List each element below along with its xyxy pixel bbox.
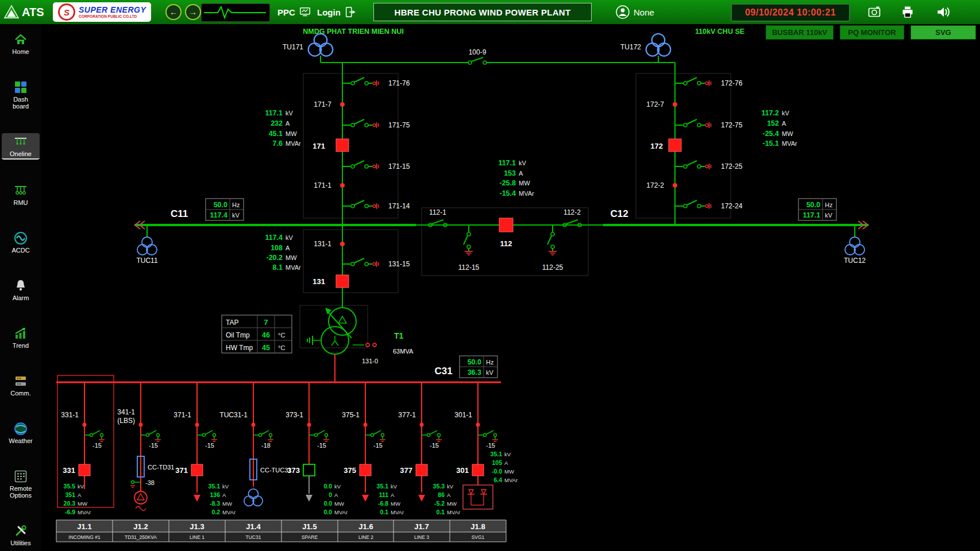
sidebar-item-dashboard[interactable]: Dash board bbox=[2, 79, 40, 111]
sidebar-item-utilities[interactable]: Utilities bbox=[2, 522, 40, 548]
breaker-373-open[interactable] bbox=[303, 464, 315, 476]
earth-switch-371-15[interactable] bbox=[197, 430, 217, 441]
earth-switch-377-15[interactable] bbox=[422, 430, 442, 441]
meas-375-a-unit: A bbox=[391, 492, 395, 498]
oneline-diagram: NMDG PHAT TRIEN MIEN NUI 110kV CHU SE TU… bbox=[0, 0, 980, 551]
breaker-371[interactable] bbox=[191, 464, 203, 476]
table-j1-7: J1.7 bbox=[414, 522, 429, 531]
label-breaker-171: 171 bbox=[312, 142, 325, 150]
truck-331-1[interactable] bbox=[83, 423, 87, 427]
tuc31-vt-icon[interactable] bbox=[244, 489, 263, 506]
sidebar-item-rmu[interactable]: RMU bbox=[2, 182, 40, 207]
label-172-25: 172-25 bbox=[721, 162, 743, 170]
disconnector-112-2[interactable] bbox=[563, 220, 581, 227]
label-171-14: 171-14 bbox=[388, 202, 410, 210]
truck-301-1[interactable] bbox=[476, 423, 480, 427]
breaker-301[interactable] bbox=[472, 464, 484, 476]
meas-371-kv-unit: kV bbox=[222, 483, 229, 490]
disconnector-172-24[interactable] bbox=[675, 200, 711, 209]
breaker-377[interactable] bbox=[416, 464, 427, 476]
earth-switch-112-25[interactable] bbox=[547, 225, 557, 255]
bus-tie-112: 117.1 kV 153 A -25.8 MW -15.4 MVAr 112-1… bbox=[429, 159, 581, 271]
earth-switch-341-15[interactable] bbox=[141, 430, 161, 441]
earth-switch-112-15[interactable] bbox=[464, 225, 473, 255]
truck-tuc31-1[interactable] bbox=[252, 423, 256, 427]
sidebar-item-remote-options[interactable]: Remote Options bbox=[2, 468, 40, 500]
screenshot-icon bbox=[867, 5, 882, 19]
breaker-171[interactable] bbox=[336, 139, 349, 152]
table-desc-7: LINE 3 bbox=[414, 534, 429, 540]
sidebar-item-home[interactable]: Home bbox=[2, 31, 40, 56]
sound-button[interactable] bbox=[932, 0, 955, 24]
earth-switch-tuc31-18[interactable] bbox=[253, 430, 273, 441]
breaker-172[interactable] bbox=[669, 139, 681, 152]
sidebar-item-trend[interactable]: Trend bbox=[2, 325, 40, 350]
disconnector-171-76[interactable] bbox=[342, 77, 379, 86]
truck-341-1[interactable] bbox=[139, 423, 143, 427]
truck-171-7[interactable] bbox=[340, 102, 345, 107]
login-button[interactable]: Login bbox=[317, 0, 357, 24]
earth-switch-331-15[interactable] bbox=[84, 430, 105, 441]
print-button[interactable] bbox=[896, 0, 919, 24]
svg1-converter-icon[interactable] bbox=[463, 485, 493, 509]
tuc12-vt-icon[interactable] bbox=[845, 237, 865, 255]
tu171-transformer-icon[interactable] bbox=[308, 34, 333, 56]
tuc11-vt-icon[interactable] bbox=[137, 237, 157, 255]
super-energy-s-icon: S bbox=[58, 3, 75, 21]
meas-371-a-unit: A bbox=[222, 492, 226, 498]
disconnector-171-75[interactable] bbox=[342, 119, 379, 128]
disconnector-172-25[interactable] bbox=[675, 161, 711, 169]
disconnector-171-15[interactable] bbox=[342, 161, 379, 169]
truck-375-1[interactable] bbox=[364, 423, 368, 427]
sidebar-item-weather[interactable]: Weather bbox=[2, 420, 40, 445]
truck-171-1[interactable] bbox=[340, 183, 345, 188]
breaker-375[interactable] bbox=[360, 464, 371, 476]
sidebar-item-alarm[interactable]: Alarm bbox=[2, 277, 40, 302]
sidebar-item-comm[interactable]: Comm. bbox=[2, 372, 40, 398]
truck-131-1[interactable] bbox=[340, 242, 345, 246]
truck-371-1[interactable] bbox=[195, 423, 199, 427]
table-desc-8: SVG1 bbox=[472, 534, 485, 540]
disconnector-131-15[interactable] bbox=[342, 258, 379, 267]
label-bus-c12: C12 bbox=[610, 208, 628, 219]
earth-switch-373-15[interactable] bbox=[309, 430, 329, 441]
disconnector-100-9[interactable] bbox=[468, 57, 487, 64]
truck-377-1[interactable] bbox=[420, 423, 424, 427]
tu172-transformer-icon[interactable] bbox=[646, 34, 671, 56]
disconnector-172-76[interactable] bbox=[675, 77, 711, 86]
forward-button[interactable]: → bbox=[185, 4, 201, 20]
tab-svg[interactable]: SVG bbox=[910, 25, 976, 40]
earth-switch-301-15[interactable] bbox=[478, 430, 498, 441]
disconnector-172-75[interactable] bbox=[675, 119, 711, 128]
tab-pq-monitor[interactable]: PQ MONITOR bbox=[840, 25, 904, 40]
truck-172-7[interactable] bbox=[673, 102, 677, 107]
disconnector-112-1[interactable] bbox=[429, 220, 447, 227]
disconnector-171-14[interactable] bbox=[342, 200, 379, 209]
earth-switch-375-15[interactable] bbox=[365, 430, 385, 441]
meas-112-mw-unit: MW bbox=[519, 180, 530, 187]
breaker-112[interactable] bbox=[499, 218, 513, 232]
plant-title: HBRE CHU PRONG WIND POWER PLANT bbox=[373, 3, 592, 21]
feeder-arrow-377-icon bbox=[418, 495, 425, 502]
meas-331-kv-unit: kV bbox=[78, 483, 84, 490]
back-button[interactable]: ← bbox=[165, 4, 182, 20]
truck-172-2[interactable] bbox=[673, 183, 677, 188]
meas-371-mvar-unit: MVAr bbox=[222, 509, 236, 515]
t1-hw-label: HW Tmp bbox=[226, 344, 253, 352]
truck-373-1[interactable] bbox=[307, 423, 311, 427]
ppc-button[interactable]: PPC bbox=[277, 0, 311, 24]
tab-busbar-110kv[interactable]: BUSBAR 110kV bbox=[766, 25, 834, 40]
screenshot-button[interactable] bbox=[863, 0, 886, 24]
sidebar-label: Utilities bbox=[6, 540, 35, 546]
breaker-331[interactable] bbox=[79, 464, 90, 476]
c11-voltage-unit: kV bbox=[232, 212, 240, 219]
t1-hv-winding-icon[interactable] bbox=[329, 308, 356, 335]
user-indicator[interactable]: None bbox=[616, 0, 654, 24]
breaker-131[interactable] bbox=[336, 275, 349, 288]
sidebar-item-oneline[interactable]: Oneline bbox=[2, 133, 40, 160]
label-171-1: 171-1 bbox=[314, 181, 331, 189]
label-301-1: 301-1 bbox=[454, 411, 472, 419]
c12-voltage: 117.1 bbox=[802, 211, 820, 219]
sidebar-item-acdc[interactable]: ACDC bbox=[2, 230, 40, 255]
meas-373-mw: 0.0 bbox=[323, 500, 332, 507]
